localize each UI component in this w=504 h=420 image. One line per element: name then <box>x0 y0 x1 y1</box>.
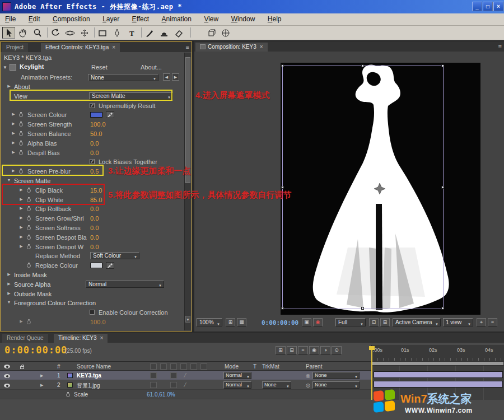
parent-dropdown[interactable]: None <box>312 372 360 379</box>
menu-effect[interactable]: Effect <box>127 13 154 26</box>
resolution-dropdown[interactable]: Full <box>335 318 366 326</box>
layer-handle[interactable] <box>441 64 444 67</box>
close-button[interactable]: × <box>493 2 503 11</box>
panel-menu-icon[interactable]: ≡ <box>186 44 189 50</box>
stopwatch-icon[interactable] <box>19 123 23 127</box>
rotation-tool[interactable] <box>49 27 62 39</box>
eraser-tool[interactable] <box>172 27 185 39</box>
next-preset-icon[interactable]: ▶ <box>172 73 179 81</box>
layer-switch-icon[interactable] <box>170 382 177 388</box>
parent-pickwhip-icon[interactable]: ◎ <box>306 382 310 388</box>
parent-pickwhip-icon[interactable]: ◎ <box>306 373 310 379</box>
layer-duration-bar[interactable] <box>374 371 503 378</box>
timeline-button-icon[interactable]: ≡ <box>488 318 497 326</box>
comp-timecode[interactable]: 0:00:00:00 <box>262 319 298 326</box>
param-value[interactable]: 15.0 <box>90 187 102 194</box>
tab-close-icon[interactable]: × <box>260 44 263 50</box>
pen-tool[interactable] <box>111 27 124 39</box>
show-channel-icon[interactable]: ◉ <box>313 318 323 326</box>
motion-blur-icon[interactable]: ◑ <box>320 346 330 354</box>
param-value[interactable]: 0.0 <box>90 234 99 241</box>
frame-blend-icon[interactable]: ◉ <box>309 346 319 354</box>
menu-view[interactable]: View <box>199 13 223 26</box>
clone-stamp-tool[interactable] <box>158 27 171 39</box>
menu-window[interactable]: Window <box>226 13 260 26</box>
stopwatch-icon[interactable] <box>27 320 31 324</box>
layer-row-1[interactable]: ▶ 1 KEY3.tga ⁄ Normal ◎ None <box>0 371 371 380</box>
blend-mode-dropdown[interactable]: Normal <box>223 372 251 379</box>
layer-handle[interactable] <box>281 186 284 189</box>
layer-name[interactable]: 背景1.jpg <box>77 382 100 390</box>
expander-icon[interactable]: ▶ <box>18 216 24 220</box>
param-group-outside-mask[interactable]: ▶Outside Mask <box>1 290 185 299</box>
expander-icon[interactable]: ▶ <box>18 188 24 192</box>
pixel-aspect-icon[interactable]: ⌖ <box>477 318 486 326</box>
hide-shy-layers-icon[interactable]: ≡ <box>298 346 308 354</box>
tab-timeline[interactable]: Timeline: KEY3× <box>54 334 108 343</box>
stopwatch-icon[interactable] <box>27 245 31 249</box>
region-of-interest-icon[interactable]: ⊡ <box>369 318 379 326</box>
param-value[interactable]: 85.0 <box>90 197 102 203</box>
expander-icon[interactable]: ▶ <box>11 122 16 126</box>
menu-help[interactable]: Help <box>263 13 287 26</box>
stopwatch-icon[interactable] <box>27 264 31 268</box>
collapse-icon[interactable]: ▼ <box>3 65 7 70</box>
trkmat-dropdown[interactable]: None <box>262 381 291 389</box>
layer-switch-icon[interactable] <box>150 372 157 379</box>
param-group-inside-mask[interactable]: ▶Inside Mask <box>1 270 185 280</box>
expander-icon[interactable]: ▶ <box>6 272 12 277</box>
brush-tool[interactable] <box>143 27 156 39</box>
param-value[interactable]: 100.0 <box>90 121 106 128</box>
axis-local-tool[interactable] <box>206 27 219 39</box>
param-group-about[interactable]: ▶About <box>1 82 185 92</box>
safe-margins-icon[interactable]: ⊞ <box>226 318 235 326</box>
panel-menu-icon[interactable]: ≡ <box>498 43 502 50</box>
current-time-indicator[interactable] <box>371 346 372 400</box>
tab-close-icon[interactable]: × <box>100 335 104 341</box>
col-trkmat[interactable]: TrkMat <box>262 363 279 370</box>
type-tool[interactable]: T <box>125 27 138 39</box>
eyedropper-icon[interactable] <box>106 262 114 269</box>
layer-bounds[interactable] <box>282 66 444 309</box>
stopwatch-icon[interactable] <box>27 189 31 193</box>
tab-effect-controls[interactable]: Effect Controls: KEY3.tga× <box>41 43 120 52</box>
collapse-icon[interactable]: ▼ <box>6 300 12 304</box>
col-source-name[interactable]: Source Name <box>77 363 111 370</box>
collapse-icon[interactable]: ▼ <box>6 178 12 182</box>
view-dropdown[interactable]: Screen Matte <box>89 92 173 100</box>
col-mode[interactable]: Mode <box>225 363 239 370</box>
orbit-camera-tool[interactable] <box>64 27 77 39</box>
expander-icon[interactable]: ▶ <box>18 235 24 239</box>
param-value[interactable]: 0.0 <box>90 140 99 147</box>
view-layout-dropdown[interactable]: 1 view <box>443 318 473 326</box>
param-value[interactable]: 0.0 <box>90 215 99 222</box>
transparency-grid-icon[interactable]: ⊞ <box>380 318 390 326</box>
layer-handle[interactable] <box>361 307 364 310</box>
draft-3d-icon[interactable]: ⊟ <box>287 346 297 354</box>
stopwatch-icon[interactable] <box>27 226 31 230</box>
param-value[interactable]: 0.0 <box>90 206 99 212</box>
expander-icon[interactable]: ▶ <box>6 282 12 286</box>
grid-icon[interactable]: ▦ <box>237 318 246 326</box>
menu-layer[interactable]: Layer <box>97 13 124 26</box>
time-ruler[interactable]: :00s 01s 02s 03s 04s <box>371 345 504 361</box>
param-value[interactable]: 100.0 <box>90 319 106 325</box>
blend-mode-dropdown[interactable]: Normal <box>223 381 251 389</box>
snapshot-icon[interactable]: ▣ <box>302 318 311 326</box>
expander-icon[interactable]: ▶ <box>11 169 16 173</box>
axis-world-tool[interactable] <box>220 27 232 39</box>
titlebar[interactable]: Adobe After Effects - 外挂抠像-练习.aep * _ □ … <box>0 0 504 13</box>
expander-icon[interactable]: ▶ <box>11 150 16 155</box>
checkbox[interactable]: ✓ <box>90 103 95 108</box>
tab-close-icon[interactable]: × <box>112 44 115 50</box>
layer-expander-icon[interactable]: ▶ <box>40 383 43 388</box>
tab-render-queue[interactable]: Render Queue <box>2 334 48 343</box>
layer-duration-bar[interactable] <box>374 381 503 388</box>
menu-composition[interactable]: Composition <box>48 13 95 26</box>
menu-edit[interactable]: Edit <box>24 13 45 26</box>
expander-icon[interactable]: ▶ <box>18 319 24 324</box>
color-swatch[interactable] <box>90 263 102 268</box>
expander-icon[interactable]: ▶ <box>11 112 16 116</box>
expander-icon[interactable]: ▶ <box>18 197 24 202</box>
param-value[interactable]: 0.0 <box>90 225 99 231</box>
